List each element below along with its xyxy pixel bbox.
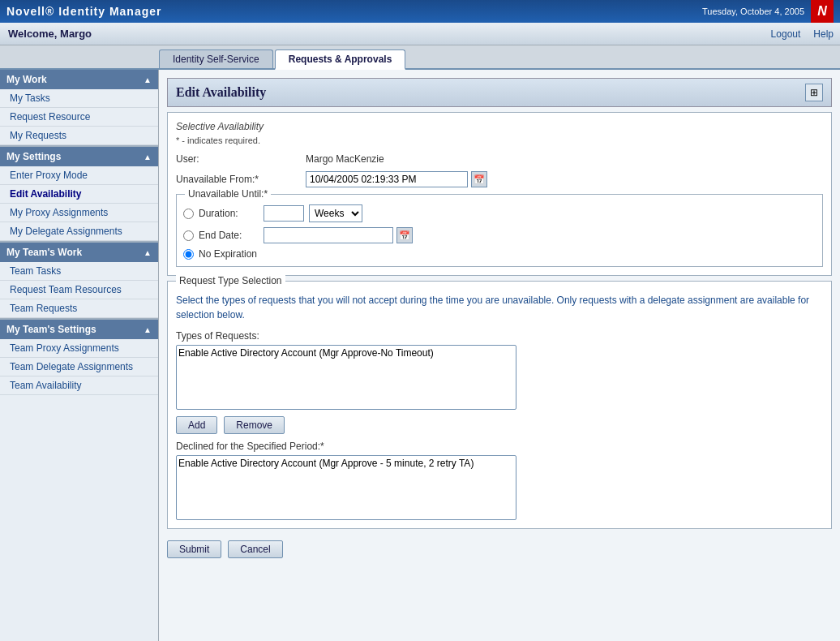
- sidebar-section-my-teams-settings: My Team's Settings ▲: [0, 318, 158, 339]
- sidebar-item-my-delegate-assignments[interactable]: My Delegate Assignments: [0, 222, 158, 241]
- user-label: User:: [176, 153, 306, 165]
- page-title: Edit Availability: [176, 85, 266, 100]
- collapse-icon-my-teams-work[interactable]: ▲: [144, 248, 152, 257]
- welcome-text: Welcome, Margo: [8, 28, 92, 40]
- remove-button[interactable]: Remove: [224, 416, 285, 434]
- sidebar-section-my-settings: My Settings ▲: [0, 145, 158, 166]
- add-button[interactable]: Add: [176, 416, 217, 434]
- sidebar-item-team-delegate-assignments[interactable]: Team Delegate Assignments: [0, 358, 158, 376]
- duration-label: Duration:: [199, 208, 264, 219]
- section-subtitle: Selective Availability: [176, 121, 823, 132]
- user-value: Margo MacKenzie: [306, 153, 384, 165]
- end-date-calendar-icon[interactable]: 📅: [396, 227, 413, 243]
- unavailable-from-calendar-icon[interactable]: 📅: [471, 171, 487, 187]
- no-expiration-label: No Expiration: [199, 248, 257, 260]
- app-header: Novell® Identity Manager Tuesday, Octobe…: [0, 0, 840, 23]
- help-link[interactable]: Help: [813, 28, 834, 40]
- top-form-section: Selective Availability * - indicates req…: [167, 112, 832, 276]
- sidebar-section-my-work: My Work ▲: [0, 70, 158, 89]
- logout-link[interactable]: Logout: [771, 28, 801, 40]
- request-type-info: Select the types of requests that you wi…: [176, 293, 823, 322]
- header-date: Tuesday, October 4, 2005: [702, 6, 804, 16]
- bottom-button-row: Submit Cancel: [167, 536, 832, 563]
- no-expiration-radio[interactable]: [183, 249, 194, 260]
- cancel-button[interactable]: Cancel: [228, 540, 282, 558]
- required-note: * - indicates required.: [176, 136, 823, 145]
- sidebar-section-my-teams-work: My Team's Work ▲: [0, 241, 158, 262]
- collapse-icon-my-teams-settings[interactable]: ▲: [144, 325, 152, 334]
- unavailable-from-label: Unavailable From:*: [176, 174, 306, 185]
- end-date-radio[interactable]: [183, 230, 194, 241]
- add-remove-button-row: Add Remove: [176, 416, 823, 434]
- request-type-section: Request Type Selection Select the types …: [167, 281, 832, 529]
- types-of-requests-label: Types of Requests:: [176, 330, 259, 342]
- header-title: Novell® Identity Manager: [6, 5, 161, 18]
- sidebar-item-team-requests[interactable]: Team Requests: [0, 299, 158, 318]
- submit-button[interactable]: Submit: [167, 540, 221, 558]
- sidebar-item-edit-availability[interactable]: Edit Availability: [0, 185, 158, 204]
- end-date-input[interactable]: [264, 227, 393, 243]
- page-title-bar: Edit Availability ⊞: [167, 78, 832, 107]
- sidebar-item-my-requests[interactable]: My Requests: [0, 127, 158, 145]
- types-of-requests-listbox[interactable]: Enable Active Directory Account (Mgr App…: [176, 345, 516, 410]
- collapse-icon-my-work[interactable]: ▲: [144, 75, 152, 84]
- duration-input[interactable]: [264, 205, 304, 222]
- end-date-label: End Date:: [199, 230, 264, 241]
- collapse-icon-my-settings[interactable]: ▲: [144, 153, 152, 161]
- sidebar-item-team-availability[interactable]: Team Availability: [0, 376, 158, 395]
- unavailable-from-input[interactable]: [306, 171, 468, 187]
- weeks-select[interactable]: Days Weeks Months: [309, 204, 362, 222]
- declined-label: Declined for the Specified Period:*: [176, 441, 324, 452]
- tab-requests-approvals[interactable]: Requests & Approvals: [275, 49, 406, 70]
- novell-logo: N: [811, 0, 834, 23]
- request-type-legend: Request Type Selection: [176, 275, 285, 286]
- sidebar-item-my-proxy-assignments[interactable]: My Proxy Assignments: [0, 204, 158, 222]
- sidebar-item-my-tasks[interactable]: My Tasks: [0, 89, 158, 108]
- sidebar-item-team-tasks[interactable]: Team Tasks: [0, 262, 158, 281]
- sidebar-item-team-proxy-assignments[interactable]: Team Proxy Assignments: [0, 339, 158, 358]
- sidebar-item-request-team-resources[interactable]: Request Team Resources: [0, 281, 158, 299]
- sidebar-item-request-resource[interactable]: Request Resource: [0, 108, 158, 127]
- sidebar-item-enter-proxy-mode[interactable]: Enter Proxy Mode: [0, 166, 158, 185]
- duration-radio[interactable]: [183, 209, 194, 219]
- unavailable-until-legend: Unavailable Until:*: [185, 188, 271, 200]
- declined-listbox[interactable]: Enable Active Directory Account (Mgr App…: [176, 455, 516, 520]
- page-icon: ⊞: [805, 84, 823, 101]
- tab-identity-self-service[interactable]: Identity Self-Service: [159, 49, 273, 68]
